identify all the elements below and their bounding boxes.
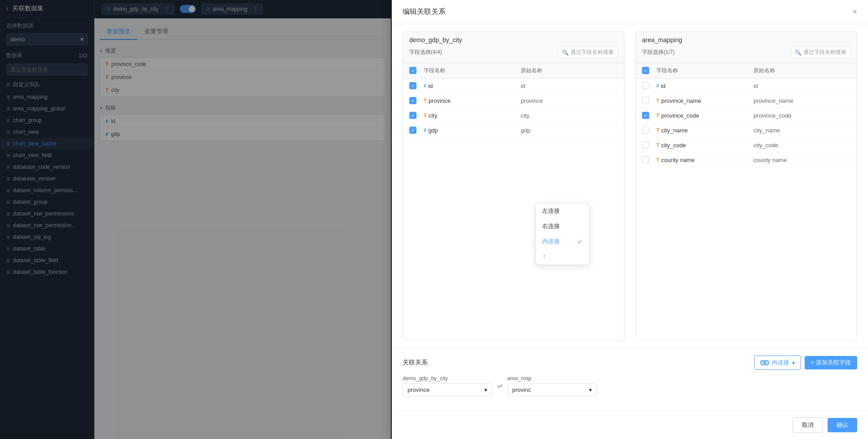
field-name: T province [424,97,521,104]
link-icon: ⇌ [497,382,503,390]
right-panel-sub: 字段选择(1/7) 🔍 通过字段名称搜索 [642,46,850,58]
type-hash-icon: # [424,83,426,88]
chevron-down-icon: ▾ [484,386,487,393]
dialog-title: 编辑关联关系 [403,7,446,17]
type-t-icon: T [656,142,660,148]
relation-right-col: area_map provinc ▾ [507,375,597,396]
table-row: ✓ T city city [403,108,624,123]
join-type-icon [760,360,769,366]
field-checkbox[interactable]: ✓ [409,112,416,119]
type-t-icon: T [424,98,427,103]
search-icon: 🔍 [795,49,802,56]
search-icon: 🔍 [562,49,569,56]
left-table-header: ✓ 字段名称 原始名称 [403,63,624,79]
edit-relation-dialog: 编辑关联关系 × demo_gdp_by_city 字段选择(4/4) 🔍 通过… [392,0,868,439]
field-name: T county name [656,157,753,163]
field-name: T province_name [656,97,753,104]
left-table-panel: demo_gdp_by_city 字段选择(4/4) 🔍 通过字段名称搜索 ✓ … [403,31,624,341]
field-original: id [753,83,850,89]
type-hash-icon: # [424,127,426,133]
right-table-header: ✓ 字段名称 原始名称 [636,63,857,79]
close-icon[interactable]: × [852,7,857,17]
relation-section: 关联关系 内连接 ▾ + 添加关联字段 demo_gdp_by_city pro… [392,348,868,411]
table-row: # id id [636,79,857,93]
right-field-select[interactable]: provinc ▾ [507,383,597,396]
right-field-value: provinc [512,386,531,393]
join-type-label: 内连接 [772,359,789,367]
table-row: ✓ T province province [403,93,624,108]
dialog-header: 编辑关联关系 × [392,0,868,24]
right-table-label: area_map [507,375,597,382]
right-field-select-label: 字段选择(1/7) [642,48,675,56]
right-fields-table: ✓ 字段名称 原始名称 # id id T province_name prov… [636,63,857,340]
left-fields-table: ✓ 字段名称 原始名称 ✓ # id id ✓ T province provi… [403,63,624,340]
field-name: T province_code [656,112,753,119]
table-row: ✓ T province_code province_code [636,108,857,123]
table-row: T city_code city_code [636,138,857,153]
field-name: T city [424,112,521,119]
field-original: province [521,97,618,104]
field-checkbox[interactable]: ✓ [642,112,649,119]
field-checkbox[interactable] [642,82,649,89]
relation-header: 关联关系 内连接 ▾ + 添加关联字段 [403,356,857,370]
left-table-label: demo_gdp_by_city [403,375,492,382]
right-search-field[interactable]: 🔍 通过字段名称搜索 [791,46,850,58]
check-mark-icon: ✓ [577,238,583,245]
type-t-icon: T [656,113,660,118]
dropdown-item-right-join[interactable]: 右连接 [536,219,589,234]
chevron-down-icon: ▾ [589,386,592,393]
left-col-original: 原始名称 [521,67,618,75]
field-name: # id [424,83,521,89]
table-row: T province_name province_name [636,93,857,108]
type-t-icon: T [656,157,660,162]
field-checkbox[interactable] [642,127,649,134]
relation-title: 关联关系 [403,359,428,367]
field-original: province_name [753,97,850,104]
right-col-field: 字段名称 [656,67,753,75]
cursor-indicator: ↑ [536,249,589,264]
field-checkbox[interactable] [642,97,649,104]
inner-join-label: 内连接 [542,237,560,246]
field-checkbox[interactable]: ✓ [409,82,416,89]
type-hash-icon: # [656,83,659,88]
table-row: T county name county name [636,153,857,167]
field-original: id [521,83,618,89]
left-select-all-checkbox[interactable]: ✓ [409,67,416,74]
dialog-body: demo_gdp_by_city 字段选择(4/4) 🔍 通过字段名称搜索 ✓ … [392,24,868,348]
relation-row: demo_gdp_by_city province ▾ ⇌ area_map p… [403,375,857,396]
left-join-label: 左连接 [542,207,560,215]
right-join-label: 右连接 [542,222,560,230]
field-original: gdp [521,127,618,134]
field-original: city [521,112,618,119]
table-row: ✓ # id id [403,79,624,93]
dropdown-item-inner-join[interactable]: 内连接 ✓ [536,234,589,249]
panel-divider [624,31,635,341]
left-search-placeholder: 通过字段名称搜索 [571,48,614,56]
table-row: ✓ # gdp gdp [403,123,624,138]
field-checkbox[interactable] [642,141,649,149]
chevron-down-icon: ▾ [792,360,795,366]
right-panel-header: area_mapping 字段选择(1/7) 🔍 通过字段名称搜索 [636,32,857,63]
right-select-all-checkbox[interactable]: ✓ [642,67,649,74]
field-original: county name [753,157,850,163]
field-checkbox[interactable]: ✓ [409,97,416,104]
cancel-button[interactable]: 取消 [793,417,823,433]
confirm-button[interactable]: 确认 [828,418,857,432]
join-type-dropdown: 左连接 右连接 内连接 ✓ ↑ [536,203,589,265]
relation-left-col: demo_gdp_by_city province ▾ [403,375,492,396]
field-original: province_code [753,112,850,119]
left-search-field[interactable]: 🔍 通过字段名称搜索 [558,46,618,58]
left-field-select[interactable]: province ▾ [403,383,492,396]
field-checkbox[interactable] [642,156,649,163]
right-col-original: 原始名称 [753,67,850,75]
field-checkbox[interactable]: ✓ [409,127,416,134]
type-t-icon: T [656,98,660,103]
add-relation-button[interactable]: + 添加关联字段 [805,356,857,369]
field-original: city_name [753,127,850,134]
dropdown-item-left-join[interactable]: 左连接 [536,203,589,219]
join-type-select[interactable]: 内连接 ▾ [754,356,801,370]
type-t-icon: T [424,113,427,118]
right-search-placeholder: 通过字段名称搜索 [803,48,846,56]
field-name: # id [656,83,753,89]
type-t-icon: T [656,127,660,133]
